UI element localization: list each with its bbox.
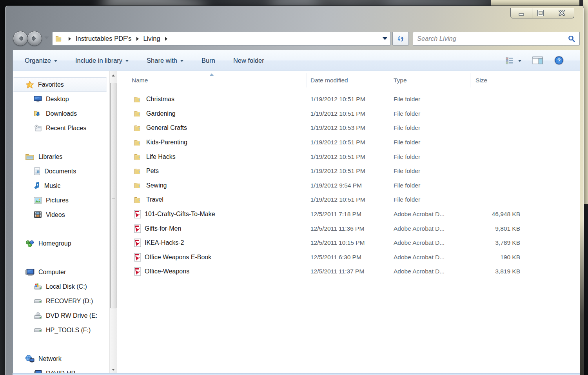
file-rows: Christmas1/19/2012 10:51 PMFile folderGa… <box>117 87 580 279</box>
scrollbar-thumb[interactable] <box>110 83 116 308</box>
file-row-office-weapons[interactable]: Office-Weapons12/5/2011 11:37 PMAdobe Ac… <box>117 264 580 279</box>
sidebar-group-favorites: FavoritesDesktopDownloadsRecent Places <box>13 77 109 135</box>
refresh-button[interactable] <box>392 32 409 46</box>
file-row-life-hacks[interactable]: Life Hacks1/19/2012 10:51 PMFile folder <box>117 149 580 164</box>
type-cell: File folder <box>391 167 470 175</box>
address-dropdown-icon[interactable] <box>383 37 387 40</box>
toolbar-item-new-folder[interactable]: New folder <box>233 57 264 64</box>
sidebar-item-favorites[interactable]: Favorites <box>13 77 107 92</box>
file-row-sewing[interactable]: Sewing1/19/2012 9:54 PMFile folder <box>117 178 580 193</box>
sidebar-item-network[interactable]: Network <box>13 351 109 366</box>
sidebar-item-libraries[interactable]: Libraries <box>13 149 109 164</box>
breadcrumb-separator-icon[interactable] <box>165 37 167 41</box>
file-name: Gardening <box>146 110 176 117</box>
sidebar-item-music[interactable]: Music <box>13 178 109 193</box>
file-name-cell: Office Weapons E-Book <box>117 253 307 262</box>
sidebar-item-label: Local Disk (C:) <box>46 283 87 290</box>
forward-button[interactable] <box>27 31 42 46</box>
change-view-button[interactable] <box>505 56 521 65</box>
file-row-gifts-for-men[interactable]: Gifts-for-Men12/5/2011 11:36 PMAdobe Acr… <box>117 221 580 236</box>
close-button[interactable] <box>549 8 574 18</box>
toolbar-item-label: Burn <box>201 57 215 64</box>
file-row-general-crafts[interactable]: General Crafts1/19/2012 10:53 PMFile fol… <box>117 121 580 135</box>
date-modified-cell: 1/19/2012 10:51 PM <box>307 139 391 146</box>
sidebar-item-label: Network <box>38 355 62 362</box>
folder-icon <box>134 96 143 103</box>
file-row-travel[interactable]: Travel1/19/2012 10:51 PMFile folder <box>117 193 580 207</box>
maximize-button[interactable] <box>532 8 549 18</box>
preview-pane-button[interactable] <box>532 56 543 65</box>
toolbar-item-organize[interactable]: Organize <box>25 57 57 64</box>
column-header-date-modified[interactable]: Date modified <box>307 73 391 87</box>
file-name: Pets <box>146 167 159 175</box>
sidebar-item-downloads[interactable]: Downloads <box>13 106 109 121</box>
column-header-type[interactable]: Type <box>391 73 470 87</box>
type-cell: File folder <box>391 124 470 131</box>
file-row-office-weapons-e-book[interactable]: Office Weapons E-Book12/5/2011 6:30 PMAd… <box>117 250 580 265</box>
column-header-name[interactable]: Name <box>117 73 307 87</box>
column-headers: NameDate modifiedTypeSize <box>117 73 580 87</box>
dropdown-arrow-icon <box>125 60 129 62</box>
file-name: General Crafts <box>146 124 187 131</box>
sidebar-item-label: Homegroup <box>38 240 71 247</box>
dropdown-arrow-icon <box>180 60 183 62</box>
file-row-ikea-hacks-2[interactable]: IKEA-Hacks-212/5/2011 10:15 PMAdobe Acro… <box>117 236 580 250</box>
sidebar-item-desktop[interactable]: Desktop <box>13 92 109 106</box>
date-modified-cell: 1/19/2012 10:51 PM <box>307 167 391 175</box>
help-button[interactable]: ? <box>554 55 564 66</box>
sidebar-item-label: Computer <box>38 269 66 276</box>
address-bar[interactable]: Instructables PDF'sLiving <box>52 32 391 46</box>
file-row-christmas[interactable]: Christmas1/19/2012 10:51 PMFile folder <box>117 92 580 107</box>
sidebar-item-recovery-d-[interactable]: RECOVERY (D:) <box>13 294 109 308</box>
sidebar-item-local-disk-c-[interactable]: Local Disk (C:) <box>13 279 109 294</box>
toolbar-right: ? <box>505 55 573 66</box>
size-cell: 9,801 KB <box>470 225 525 232</box>
file-row-101-crafty-gifts-to-make[interactable]: 101-Crafty-Gifts-To-Make12/5/2011 7:18 P… <box>117 207 580 222</box>
type-cell: File folder <box>391 153 470 160</box>
breadcrumb-folder-icon <box>55 35 64 42</box>
client-area: OrganizeInclude in libraryShare withBurn… <box>13 50 580 375</box>
breadcrumb-separator-icon[interactable] <box>69 37 71 41</box>
sidebar-item-pictures[interactable]: Pictures <box>13 193 109 208</box>
sidebar-item-documents[interactable]: Documents <box>13 164 109 178</box>
file-name: Travel <box>146 196 163 203</box>
file-name-cell: Travel <box>117 196 307 204</box>
file-row-pets[interactable]: Pets1/19/2012 10:51 PMFile folder <box>117 164 580 178</box>
file-row-kids-parenting[interactable]: Kids-Parenting1/19/2012 10:51 PMFile fol… <box>117 135 580 150</box>
toolbar-item-include-in-library[interactable]: Include in library <box>75 57 129 64</box>
scroll-up-button[interactable] <box>110 72 117 79</box>
sidebar-item-dvd-rw-drive-e-[interactable]: DVD RW Drive (E: <box>13 308 109 323</box>
sidebar-item-hp-tools-f-[interactable]: HP_TOOLS (F:) <box>13 323 109 337</box>
back-button[interactable] <box>13 31 28 46</box>
sort-ascending-icon <box>210 73 214 76</box>
libraries-icon <box>25 153 34 161</box>
sidebar-item-computer[interactable]: Computer <box>13 265 109 279</box>
sidebar-item-homegroup[interactable]: Homegroup <box>13 236 109 251</box>
breadcrumb-item[interactable]: Living <box>143 35 160 42</box>
sidebar-scrollbar[interactable] <box>109 71 117 375</box>
date-modified-cell: 12/5/2011 7:18 PM <box>307 211 391 218</box>
search-input[interactable] <box>417 35 568 42</box>
file-name: Kids-Parenting <box>146 139 187 146</box>
star-icon <box>25 80 34 89</box>
disk-os-icon <box>34 283 42 290</box>
toolbar-item-share-with[interactable]: Share with <box>147 57 183 64</box>
file-name-cell: Life Hacks <box>117 153 307 160</box>
breadcrumb-item[interactable]: Instructables PDF's <box>76 35 132 42</box>
file-row-gardening[interactable]: Gardening1/19/2012 10:51 PMFile folder <box>117 107 580 121</box>
column-header-size[interactable]: Size <box>470 73 525 87</box>
sidebar-item-label: Favorites <box>38 81 64 88</box>
breadcrumb-separator-icon[interactable] <box>136 37 139 41</box>
history-dropdown-icon[interactable] <box>44 36 49 39</box>
toolbar-item-burn[interactable]: Burn <box>201 57 215 64</box>
help-icon: ? <box>554 55 564 66</box>
scroll-down-button[interactable] <box>110 366 117 373</box>
sidebar-item-videos[interactable]: Videos <box>13 208 109 222</box>
music-icon <box>34 182 40 190</box>
dvd-icon <box>34 312 42 319</box>
sidebar-item-recent-places[interactable]: Recent Places <box>13 121 109 135</box>
type-cell: Adobe Acrobat D... <box>391 268 470 275</box>
command-toolbar: OrganizeInclude in libraryShare withBurn… <box>13 50 580 71</box>
pdf-icon <box>134 238 141 247</box>
minimize-button[interactable] <box>511 8 532 18</box>
